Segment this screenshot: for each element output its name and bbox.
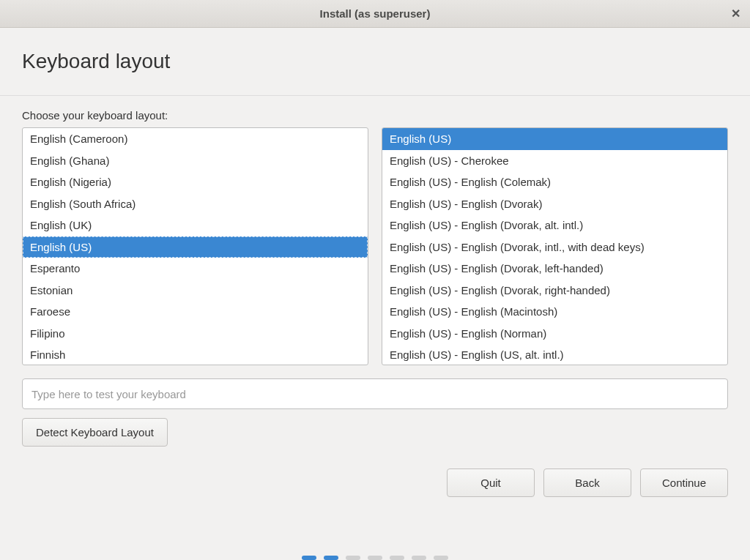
back-button[interactable]: Back bbox=[543, 468, 631, 497]
layout-listbox[interactable]: English (Cameroon)English (Ghana)English… bbox=[22, 127, 368, 365]
layout-item[interactable]: English (Nigeria) bbox=[23, 171, 368, 193]
keyboard-test-input[interactable] bbox=[22, 378, 728, 409]
variant-item[interactable]: English (US) - English (Macintosh) bbox=[382, 301, 727, 323]
variant-item[interactable]: English (US) - English (Colemak) bbox=[382, 171, 727, 193]
close-icon[interactable]: ✕ bbox=[728, 7, 743, 21]
content-area: Keyboard layout Choose your keyboard lay… bbox=[0, 28, 750, 447]
layout-item[interactable]: English (Cameroon) bbox=[23, 128, 368, 150]
variant-item[interactable]: English (US) - English (Dvorak) bbox=[382, 193, 727, 215]
page-title: Keyboard layout bbox=[22, 50, 728, 73]
continue-button[interactable]: Continue bbox=[640, 468, 728, 497]
titlebar: Install (as superuser) ✕ bbox=[0, 0, 750, 28]
layout-item[interactable]: English (Ghana) bbox=[23, 150, 368, 172]
layout-item[interactable]: Faroese bbox=[23, 301, 368, 323]
variant-item[interactable]: English (US) - English (Dvorak, alt. int… bbox=[382, 214, 727, 236]
layout-item[interactable]: Filipino bbox=[23, 323, 368, 345]
variant-item[interactable]: English (US) bbox=[382, 128, 727, 150]
footer-buttons: Quit Back Continue bbox=[447, 468, 728, 497]
variant-item[interactable]: English (US) - English (Dvorak, intl., w… bbox=[382, 236, 727, 258]
layout-item[interactable]: Esperanto bbox=[23, 258, 368, 280]
variant-item[interactable]: English (US) - English (Norman) bbox=[382, 323, 727, 345]
pager-dot[interactable] bbox=[324, 556, 338, 560]
pager-dot[interactable] bbox=[390, 556, 404, 560]
quit-button[interactable]: Quit bbox=[447, 468, 535, 497]
window-title: Install (as superuser) bbox=[320, 7, 431, 20]
detect-keyboard-button[interactable]: Detect Keyboard Layout bbox=[22, 418, 168, 447]
layout-item[interactable]: Estonian bbox=[23, 280, 368, 302]
pager-dot[interactable] bbox=[302, 556, 316, 560]
layout-item[interactable]: Finnish bbox=[23, 344, 368, 365]
layout-item[interactable]: English (UK) bbox=[23, 214, 368, 236]
variant-item[interactable]: English (US) - English (Dvorak, left-han… bbox=[382, 258, 727, 280]
variant-listbox[interactable]: English (US)English (US) - CherokeeEngli… bbox=[382, 127, 728, 365]
pager-dot[interactable] bbox=[412, 556, 426, 560]
pager-dots bbox=[0, 551, 750, 560]
pager-dot[interactable] bbox=[434, 556, 448, 560]
layout-item[interactable]: English (US) bbox=[23, 236, 368, 258]
variant-item[interactable]: English (US) - Cherokee bbox=[382, 150, 727, 172]
variant-item[interactable]: English (US) - English (US, alt. intl.) bbox=[382, 344, 727, 365]
pager-dot[interactable] bbox=[346, 556, 360, 560]
pager-dot[interactable] bbox=[368, 556, 382, 560]
choose-layout-label: Choose your keyboard layout: bbox=[22, 109, 728, 122]
layout-lists: English (Cameroon)English (Ghana)English… bbox=[22, 127, 728, 365]
variant-item[interactable]: English (US) - English (Dvorak, right-ha… bbox=[382, 280, 727, 302]
layout-item[interactable]: English (South Africa) bbox=[23, 193, 368, 215]
divider bbox=[0, 95, 750, 96]
